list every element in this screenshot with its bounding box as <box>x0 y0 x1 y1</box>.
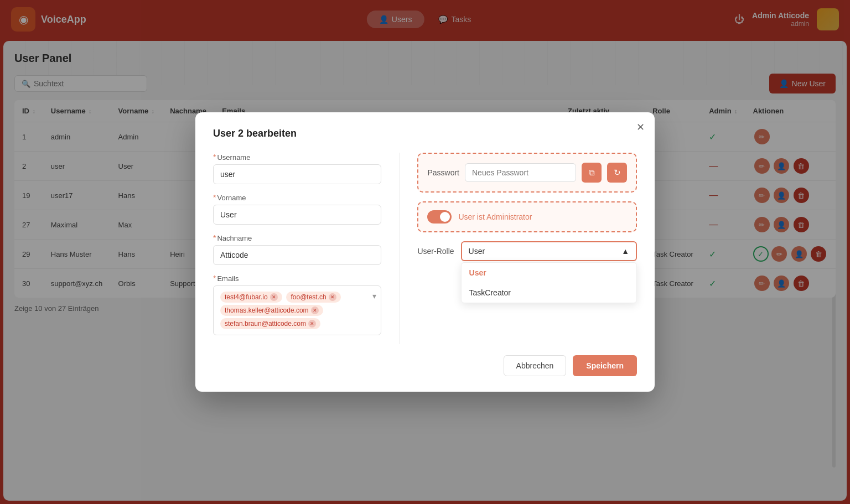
modal-left: * Username * Vorname * Nachname <box>213 153 381 344</box>
modal-divider <box>399 153 400 344</box>
copy-password-button[interactable]: ⧉ <box>582 163 602 183</box>
role-row: User-Rolle User ▲ User TaskCreator <box>417 241 637 261</box>
email-chip-0: test4@fubar.io ✕ <box>220 292 282 303</box>
role-option-taskcreator[interactable]: TaskCreator <box>462 283 636 303</box>
remove-email-2[interactable]: ✕ <box>311 306 319 314</box>
vorname-field: * Vorname <box>213 193 381 225</box>
toggle-thumb <box>440 212 450 222</box>
role-select-button[interactable]: User ▲ <box>461 241 637 261</box>
modal-overlay[interactable]: User 2 bearbeiten ✕ * Username * Vorname <box>0 0 850 504</box>
emails-box[interactable]: test4@fubar.io ✕ foo@test.ch ✕ thomas.ke… <box>213 285 381 335</box>
email-chip-1: foo@test.ch ✕ <box>286 292 340 303</box>
edit-user-modal: User 2 bearbeiten ✕ * Username * Vorname <box>195 112 655 392</box>
nachname-input[interactable] <box>213 245 381 265</box>
password-input[interactable] <box>465 163 576 182</box>
password-label: Passwort <box>427 168 459 177</box>
admin-box: User ist Administrator <box>417 201 637 232</box>
admin-label: User ist Administrator <box>458 212 532 221</box>
remove-email-3[interactable]: ✕ <box>308 320 316 328</box>
role-select-wrap: User ▲ User TaskCreator <box>461 241 637 261</box>
modal-title: User 2 bearbeiten <box>213 128 637 139</box>
remove-email-0[interactable]: ✕ <box>270 293 278 301</box>
remove-email-1[interactable]: ✕ <box>329 293 336 301</box>
password-box: Passwort ⧉ ↻ <box>417 153 637 193</box>
role-label: User-Rolle <box>417 241 454 256</box>
username-input[interactable] <box>213 164 381 184</box>
cancel-button[interactable]: Abbrechen <box>504 355 567 376</box>
chevron-up-icon: ▲ <box>621 247 629 256</box>
vorname-input[interactable] <box>213 205 381 225</box>
email-chip-2: thomas.keller@atticode.com ✕ <box>220 305 323 316</box>
modal-close-button[interactable]: ✕ <box>636 122 645 132</box>
role-option-user[interactable]: User <box>462 263 636 283</box>
username-field: * Username <box>213 153 381 184</box>
admin-toggle[interactable] <box>427 210 452 224</box>
modal-right: Passwort ⧉ ↻ User ist Administrator User… <box>417 153 637 344</box>
email-chip-3: stefan.braun@atticode.com ✕ <box>220 318 320 329</box>
modal-footer: Abbrechen Speichern <box>213 355 637 376</box>
emails-chevron-icon: ▾ <box>372 292 376 300</box>
generate-password-button[interactable]: ↻ <box>607 163 627 183</box>
emails-field: * Emails test4@fubar.io ✕ foo@test.ch ✕ <box>213 274 381 335</box>
role-dropdown: User TaskCreator <box>461 262 637 303</box>
modal-body: * Username * Vorname * Nachname <box>213 153 637 344</box>
save-button[interactable]: Speichern <box>573 355 637 376</box>
nachname-field: * Nachname <box>213 233 381 265</box>
